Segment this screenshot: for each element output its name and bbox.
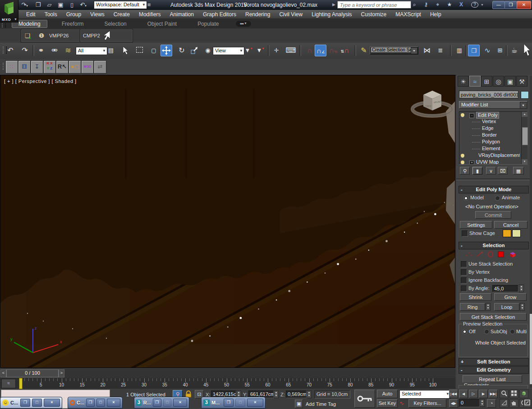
- set-key-button[interactable]: Set Key: [377, 399, 398, 408]
- open-file-icon[interactable]: ▱: [46, 1, 53, 9]
- object-color-swatch[interactable]: [521, 91, 529, 99]
- ring-spinner[interactable]: ▲▼: [486, 303, 491, 311]
- show-cage-checkbox[interactable]: [462, 230, 468, 237]
- object-name-field[interactable]: paving_bricks_006 dirt001: [459, 91, 518, 98]
- minimized-window-3[interactable]: ӠR...❐□×: [134, 397, 189, 409]
- undo-scene-icon[interactable]: ↶: [5, 45, 16, 56]
- frame-back-button[interactable]: <: [0, 369, 6, 377]
- edge-subobject-icon[interactable]: [476, 251, 483, 258]
- menu-edit[interactable]: Edit: [22, 10, 40, 18]
- menu-views[interactable]: Views: [86, 10, 109, 18]
- time-slider-handle[interactable]: 0 / 100: [6, 369, 59, 377]
- curve-editor-icon[interactable]: ∿: [482, 45, 493, 56]
- angle-snap-icon[interactable]: ∩∠: [315, 45, 326, 56]
- y-spinner[interactable]: ▲▼: [274, 391, 279, 398]
- play-button[interactable]: ▷: [469, 390, 478, 398]
- stack-scrollbar[interactable]: ▲ ▼: [521, 112, 527, 164]
- menu-maxscript[interactable]: MAXScript: [391, 10, 426, 18]
- menu-modifiers[interactable]: Modifiers: [134, 10, 165, 18]
- zoom-extents-icon[interactable]: [519, 390, 528, 398]
- dice-random-icon[interactable]: ⚅: [18, 60, 31, 74]
- modifier-list-dropdown[interactable]: Modifier List ▼: [459, 101, 527, 109]
- window-maximize-button[interactable]: □: [163, 399, 172, 407]
- create-box-icon[interactable]: ❏+: [24, 31, 34, 41]
- save-file-icon[interactable]: ▣: [57, 1, 64, 9]
- bind-to-spacewarp-icon[interactable]: ≋: [62, 45, 74, 56]
- ribbon-tab-populate[interactable]: Populate: [191, 20, 225, 28]
- tab-utilities[interactable]: ⚒: [516, 76, 527, 87]
- minimized-window-4[interactable]: ӠM...❐□×: [201, 397, 266, 409]
- cancel-button[interactable]: Cancel: [494, 221, 527, 229]
- window-maximize-button[interactable]: □: [96, 399, 105, 407]
- select-and-link-icon[interactable]: ⚭: [35, 45, 47, 56]
- window-restore-button[interactable]: ❐: [86, 399, 95, 407]
- panel-scrollbar[interactable]: [530, 76, 532, 388]
- current-frame-marker[interactable]: [19, 378, 23, 389]
- tab-display[interactable]: ▣: [504, 76, 516, 87]
- show-end-result-button[interactable]: ▮: [472, 167, 482, 175]
- stack-item-uvw-map[interactable]: +UVW Map: [459, 159, 527, 165]
- menu-create[interactable]: Create: [109, 10, 134, 18]
- ring-button[interactable]: Ring: [460, 303, 485, 311]
- preview-multi-radio[interactable]: [510, 329, 515, 334]
- pin-stack-button[interactable]: ⚲: [460, 167, 470, 175]
- use-pivot-center-icon[interactable]: ▼▾: [243, 45, 254, 56]
- percent-snap-icon[interactable]: ∩%: [327, 45, 339, 56]
- modifier-stack[interactable]: -Edit PolyVertexEdgeBorderPolygonElement…: [459, 111, 527, 165]
- minimized-window-1[interactable]: ☺C...❐□×: [0, 397, 62, 409]
- search-expand-icon[interactable]: ▶: [332, 2, 335, 7]
- next-frame-button[interactable]: ▶: [479, 390, 488, 398]
- time-tag-icon[interactable]: ▣: [295, 400, 303, 408]
- cursor-tool-icon[interactable]: [103, 30, 113, 41]
- reset-xform-icon[interactable]: R XY Z: [43, 60, 56, 74]
- exchange-icon[interactable]: X: [456, 1, 466, 9]
- render-setup-icon[interactable]: ☕: [509, 45, 520, 56]
- time-configuration-button[interactable]: ◔: [487, 399, 496, 408]
- swap-objects-icon[interactable]: ⇄: [94, 60, 106, 74]
- minimized-window-2[interactable]: C...❐□×: [68, 397, 123, 409]
- keyboard-override-icon[interactable]: ⌨: [285, 45, 297, 56]
- menu-graph-editors[interactable]: Graph Editors: [198, 10, 241, 18]
- snaps-toggle-icon[interactable]: ∩: [304, 45, 316, 56]
- modifier-enable-bulb-icon[interactable]: [461, 154, 464, 157]
- stack-item-vraydisplacementmo[interactable]: VRayDisplacementMo: [459, 152, 527, 159]
- cage-color-swatch[interactable]: [503, 230, 511, 237]
- rectangular-region-icon[interactable]: [133, 45, 145, 56]
- menu-rendering[interactable]: Rendering: [241, 10, 275, 18]
- tab-modify[interactable]: ≈: [469, 76, 481, 87]
- stack-item-element[interactable]: Element: [459, 146, 527, 152]
- tab-hierarchy[interactable]: ⊞: [481, 76, 492, 87]
- previous-frame-button[interactable]: ◀: [459, 390, 468, 398]
- menu-group[interactable]: Group: [62, 10, 86, 18]
- restore-button[interactable]: ❐: [504, 1, 517, 9]
- paste-icon[interactable]: ❐: [34, 1, 42, 9]
- undo-icon[interactable]: ↶▾: [79, 1, 87, 9]
- edit-poly-mode-rollout[interactable]: - Edit Poly Mode: [459, 186, 529, 193]
- preview-off-radio[interactable]: [462, 329, 467, 334]
- menu-customize[interactable]: Customize: [357, 10, 391, 18]
- window-restore-button[interactable]: ❐: [224, 399, 234, 407]
- default-tangent-icon[interactable]: ∿: [399, 400, 407, 407]
- window-maximize-button[interactable]: □: [235, 399, 245, 407]
- perspective-viewport[interactable]: [ + ] [ Perspective ] [ Shaded ] LEFT FR…: [0, 75, 455, 368]
- stack-expand-toggle[interactable]: -: [469, 113, 474, 118]
- ribbon-tab-selection[interactable]: Selection: [98, 20, 133, 28]
- select-and-rotate-icon[interactable]: ↻: [176, 45, 188, 56]
- stack-item-polygon[interactable]: Polygon: [459, 139, 527, 146]
- cage-selected-color-swatch[interactable]: [512, 230, 521, 237]
- sign-in-key-icon[interactable]: ⚷: [421, 1, 431, 9]
- key-filters-button[interactable]: Key Filters...: [408, 399, 446, 408]
- menu-help[interactable]: Help: [426, 10, 446, 18]
- help-icon[interactable]: ?: [470, 1, 480, 9]
- ribbon-collapse-button[interactable]: ▬ ▾: [236, 21, 251, 27]
- tab-create[interactable]: ☀: [458, 76, 469, 87]
- pan-hand-icon[interactable]: [509, 399, 518, 408]
- commit-button[interactable]: Commit: [475, 211, 511, 219]
- selected-filter-dropdown[interactable]: Selected ▼: [399, 390, 451, 399]
- named-selection-dropdown[interactable]: Create Selection Se ▼: [370, 46, 418, 55]
- communication-center-icon[interactable]: ⌖: [433, 1, 443, 9]
- zoom-icon[interactable]: [500, 390, 509, 398]
- by-angle-spinner[interactable]: ▲▼: [519, 285, 524, 292]
- mirror-icon[interactable]: ⋈: [421, 45, 433, 56]
- auto-key-button[interactable]: Auto Key: [377, 390, 398, 398]
